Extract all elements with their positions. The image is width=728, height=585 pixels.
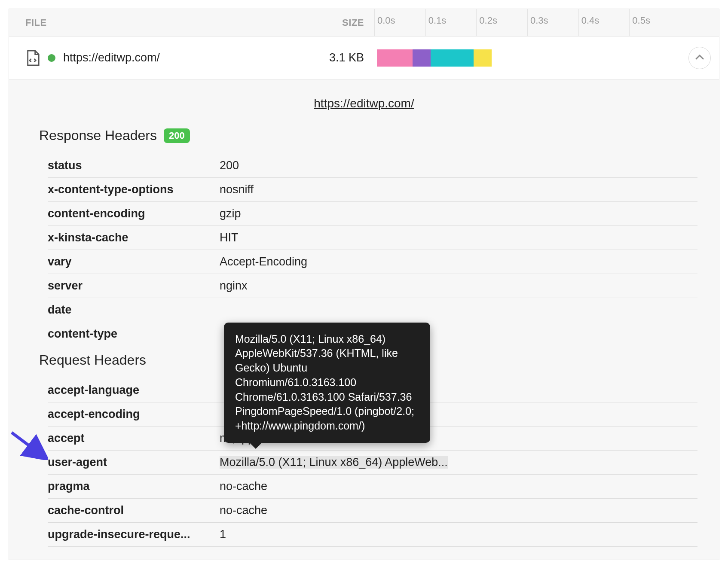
request-size: 3.1 KB [263,51,374,64]
annotation-arrow-icon [9,430,48,460]
header-key: pragma [48,475,220,499]
response-header-row: x-content-type-optionsnosniff [48,178,697,202]
header-key: date [48,298,220,322]
document-code-icon [25,49,40,67]
user-agent-tooltip: Mozilla/5.0 (X11; Linux x86_64) AppleWeb… [224,323,430,443]
timeline-cell [374,37,680,79]
header-key: server [48,274,220,298]
details-url[interactable]: https://editwp.com/ [39,97,689,110]
header-key: upgrade-insecure-reque... [48,523,220,547]
collapse-button[interactable] [688,47,711,69]
header-value: nosniff [220,178,697,202]
header-key: x-content-type-options [48,178,220,202]
header-value [220,298,697,322]
header-value: 200 [220,154,697,178]
col-header-size: SIZE [263,9,374,36]
timeline-tick: 0.3s [527,9,548,36]
request-header-row: user-agentMozilla/5.0 (X11; Linux x86_64… [48,451,697,475]
header-key: x-kinsta-cache [48,226,220,250]
response-headers-label: Response Headers [39,128,157,143]
header-key: accept-encoding [48,402,220,427]
columns-header: FILE SIZE 0.0s0.1s0.2s0.3s0.4s0.5s [9,9,719,37]
request-header-row: pragmano-cache [48,475,697,499]
response-header-row: varyAccept-Encoding [48,250,697,274]
header-value: gzip [220,202,697,226]
response-header-row: date [48,298,697,322]
header-value: no-cache [220,499,697,523]
request-url: https://editwp.com/ [63,51,160,64]
header-value: Accept-Encoding [220,250,697,274]
response-header-row: x-kinsta-cacheHIT [48,226,697,250]
timeline-tick: 0.4s [578,9,600,36]
request-row[interactable]: https://editwp.com/ 3.1 KB [9,37,719,79]
col-header-file: FILE [9,9,263,36]
header-key: status [48,154,220,178]
header-value: 1 [220,523,697,547]
request-header-row: upgrade-insecure-reque...1 [48,523,697,547]
timing-segment [431,49,474,67]
status-dot-icon [48,54,55,62]
header-key: user-agent [48,451,220,475]
header-value: Mozilla/5.0 (X11; Linux x86_64) AppleWeb… [220,451,697,475]
timing-segment [413,49,431,67]
header-key: vary [48,250,220,274]
timeline-tick: 0.2s [476,9,497,36]
response-headers-table: status200x-content-type-optionsnosniffco… [48,154,697,346]
response-headers-title: Response Headers 200 [39,128,689,143]
timeline-tick: 0.0s [374,9,395,36]
header-key: content-encoding [48,202,220,226]
waterfall-bar [374,49,680,67]
request-header-row: cache-controlno-cache [48,499,697,523]
header-key: content-type [48,322,220,346]
header-key: accept-language [48,378,220,402]
timeline-header: 0.0s0.1s0.2s0.3s0.4s0.5s [374,9,680,36]
response-header-row: servernginx [48,274,697,298]
timeline-tick: 0.5s [629,9,650,36]
timeline-tick: 0.1s [425,9,447,36]
header-value: no-cache [220,475,697,499]
header-key: cache-control [48,499,220,523]
col-header-spacer [680,9,719,36]
chevron-up-icon [695,54,704,62]
timing-segment [377,49,413,67]
timing-segment [474,49,492,67]
header-key: accept [48,427,220,451]
waterfall-panel: FILE SIZE 0.0s0.1s0.2s0.3s0.4s0.5s https… [9,9,719,560]
response-header-row: status200 [48,154,697,178]
response-header-row: content-encodinggzip [48,202,697,226]
header-value: HIT [220,226,697,250]
status-badge: 200 [164,128,190,143]
request-details: https://editwp.com/ Response Headers 200… [9,79,719,560]
header-value: nginx [220,274,697,298]
